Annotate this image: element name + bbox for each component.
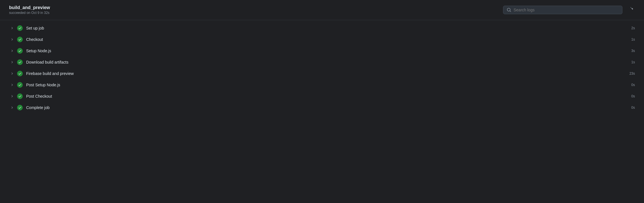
status-icon-success	[17, 82, 23, 88]
search-box[interactable]	[503, 6, 622, 14]
job-item[interactable]: Firebase build and preview 23s	[0, 68, 644, 79]
checkmark-icon	[18, 106, 22, 109]
main-container: build_and_preview succeeded on Oct 9 in …	[0, 0, 644, 203]
job-duration: 0s	[631, 106, 635, 110]
header-right	[503, 5, 635, 14]
page-subtitle: succeeded on Oct 9 in 32s	[9, 11, 50, 15]
header: build_and_preview succeeded on Oct 9 in …	[0, 0, 644, 20]
job-duration: 1s	[631, 37, 635, 41]
job-item[interactable]: Post Checkout 0s	[0, 91, 644, 102]
status-icon-success	[17, 48, 23, 54]
chevron-right-icon	[10, 26, 14, 30]
settings-button[interactable]	[626, 5, 635, 14]
checkmark-icon	[18, 95, 22, 98]
chevron-right-icon	[10, 95, 14, 98]
status-icon-success	[17, 105, 23, 110]
job-item[interactable]: Complete job 0s	[0, 102, 644, 113]
checkmark-icon	[18, 60, 22, 64]
expand-chevron[interactable]	[9, 71, 15, 76]
chevron-right-icon	[10, 106, 14, 109]
job-duration: 2s	[631, 26, 635, 30]
job-duration: 0s	[631, 83, 635, 87]
expand-chevron[interactable]	[9, 25, 15, 31]
job-item[interactable]: Post Setup Node.js 0s	[0, 79, 644, 91]
header-left: build_and_preview succeeded on Oct 9 in …	[9, 5, 50, 15]
chevron-right-icon	[10, 60, 14, 64]
job-name: Post Setup Node.js	[26, 83, 635, 87]
expand-chevron[interactable]	[9, 105, 15, 110]
job-name: Post Checkout	[26, 94, 635, 99]
status-icon-success	[17, 59, 23, 65]
job-name: Set up job	[26, 26, 635, 30]
status-icon-success	[17, 37, 23, 42]
job-item[interactable]: Set up job 2s	[0, 22, 644, 34]
chevron-right-icon	[10, 83, 14, 87]
job-duration: 3s	[631, 49, 635, 53]
chevron-right-icon	[10, 49, 14, 53]
status-icon-success	[17, 93, 23, 99]
checkmark-icon	[18, 72, 22, 75]
job-duration: 1s	[631, 60, 635, 64]
job-name: Checkout	[26, 37, 635, 42]
job-name: Setup Node.js	[26, 49, 635, 53]
job-name: Download build artifacts	[26, 60, 635, 64]
status-icon-success	[17, 25, 23, 31]
status-icon-success	[17, 71, 23, 76]
gear-icon	[628, 7, 633, 13]
chevron-right-icon	[10, 72, 14, 75]
checkmark-icon	[18, 83, 22, 87]
expand-chevron[interactable]	[9, 93, 15, 99]
search-icon	[507, 8, 511, 12]
job-name: Complete job	[26, 105, 635, 110]
job-item[interactable]: Checkout 1s	[0, 34, 644, 45]
chevron-right-icon	[10, 38, 14, 41]
expand-chevron[interactable]	[9, 59, 15, 65]
search-input[interactable]	[514, 8, 619, 12]
job-duration: 0s	[631, 94, 635, 98]
checkmark-icon	[18, 49, 22, 53]
expand-chevron[interactable]	[9, 48, 15, 54]
job-item[interactable]: Download build artifacts 1s	[0, 56, 644, 68]
job-item[interactable]: Setup Node.js 3s	[0, 45, 644, 56]
expand-chevron[interactable]	[9, 82, 15, 88]
job-list: Set up job 2s Checkout 1s Setup Node.js …	[0, 20, 644, 116]
job-duration: 23s	[630, 72, 635, 76]
page-title: build_and_preview	[9, 5, 50, 10]
checkmark-icon	[18, 26, 22, 30]
job-name: Firebase build and preview	[26, 71, 635, 76]
expand-chevron[interactable]	[9, 37, 15, 42]
checkmark-icon	[18, 38, 22, 41]
